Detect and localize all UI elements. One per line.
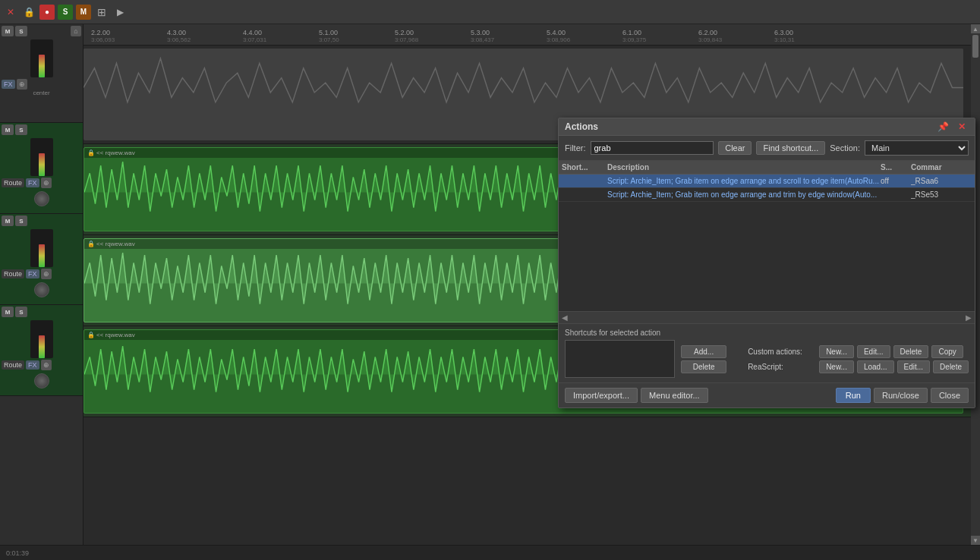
timeline-mark-9: 6.3.003:10,31 [774, 29, 795, 43]
track-header-4: M S Route FX ⊕ [0, 305, 83, 396]
menu-editor-button[interactable]: Menu editor... [641, 388, 708, 403]
add-shortcut-button[interactable]: Add... [681, 345, 726, 358]
timeline-mark-0: 2.2.003:06,093 [91, 29, 115, 43]
custom-delete-button[interactable]: Delete [893, 345, 929, 358]
fx-button-2[interactable]: FX [26, 178, 39, 187]
timeline-mark-1: 4.3.003:06,562 [167, 29, 191, 43]
shortcuts-section: Shortcuts for selected action Add... Del… [559, 323, 975, 382]
close-button[interactable]: Close [931, 388, 969, 403]
clip-name-3: << rqwew.wav [96, 241, 135, 247]
fx-button-4[interactable]: FX [26, 360, 39, 370]
timeline-mark-8: 6.2.003:09,843 [698, 29, 722, 43]
action-row-0[interactable]: Script: Archie_Item; Grab item on edge a… [559, 175, 975, 188]
solo-button-3[interactable]: S [15, 216, 27, 226]
m-icon[interactable]: M [76, 5, 91, 20]
vu-meter-4 [30, 320, 53, 358]
s-icon[interactable]: S [58, 5, 73, 20]
bottom-right-buttons: Run Run/close Close [836, 388, 969, 403]
fx-button-3[interactable]: FX [26, 269, 39, 278]
bottom-left-buttons: Import/export... Menu editor... [565, 388, 708, 403]
pan-knob-2[interactable] [34, 191, 49, 206]
pin-button[interactable]: 📌 [934, 121, 952, 132]
route-button-3[interactable]: Route [2, 269, 24, 278]
mute-button-3[interactable]: M [2, 216, 14, 226]
shortcut-cell-0 [562, 177, 607, 185]
run-close-button[interactable]: Run/close [874, 388, 928, 403]
delete-shortcut-button[interactable]: Delete [681, 360, 726, 373]
scroll-right-arrow[interactable]: ▶ [966, 313, 972, 322]
scroll-up-arrow[interactable]: ▲ [971, 24, 980, 33]
grid-icon[interactable]: ⊞ [94, 5, 109, 20]
status-cell-0: off [881, 177, 911, 185]
reascript-label: ReaScript: [748, 363, 816, 371]
track-header-2: M S Route FX ⊕ [0, 123, 83, 214]
dialog-title: Actions [565, 121, 598, 132]
custom-actions-label: Custom actions: [748, 348, 816, 356]
shortcuts-content: Add... Delete Custom actions: New... Edi… [565, 340, 969, 378]
pan-label-1: center [2, 90, 81, 96]
actions-titlebar: Actions 📌 ✕ [559, 118, 975, 136]
col-command-header: Commar [911, 163, 972, 171]
col-description-header: Description [607, 163, 881, 171]
record-icon[interactable]: ● [39, 5, 55, 20]
pan-knob-4[interactable] [34, 373, 49, 389]
reascript-new-button[interactable]: New... [819, 360, 854, 373]
io-button-2[interactable]: ⊕ [41, 178, 52, 188]
reascript-delete-button[interactable]: Delete [933, 360, 969, 373]
io-button-3[interactable]: ⊕ [41, 269, 52, 279]
custom-new-button[interactable]: New... [819, 345, 854, 358]
mute-button-2[interactable]: M [2, 124, 14, 135]
command-cell-0: _RSaa6 [911, 177, 972, 185]
reascript-load-button[interactable]: Load... [857, 360, 894, 373]
solo-button-4[interactable]: S [15, 307, 27, 317]
solo-button-1[interactable]: S [15, 26, 27, 36]
section-select[interactable]: Main Media Explorer MIDI Editor MIDI Eve… [865, 140, 969, 156]
filter-label: Filter: [565, 143, 586, 153]
status-cell-1 [881, 190, 911, 199]
filter-input[interactable] [591, 141, 714, 155]
custom-actions-group: Custom actions: New... Edit... Delete Co… [748, 345, 969, 373]
timeline-mark-4: 5.2.003:07,968 [395, 29, 418, 43]
reascript-edit-button[interactable]: Edit... [897, 360, 931, 373]
mute-button-4[interactable]: M [2, 307, 14, 317]
route-button-2[interactable]: Route [2, 178, 24, 187]
scroll-left-arrow[interactable]: ◀ [562, 313, 568, 322]
status-time: 0:01:39 [6, 549, 29, 557]
run-button[interactable]: Run [836, 388, 871, 403]
shortcuts-buttons: Add... Delete [681, 345, 726, 373]
close-icon[interactable]: ✕ [3, 5, 18, 20]
scroll-down-arrow[interactable]: ▼ [971, 536, 980, 545]
shortcuts-title: Shortcuts for selected action [565, 329, 969, 337]
actions-table-body[interactable]: Script: Archie_Item; Grab item on edge a… [559, 175, 975, 311]
col-status-header: S... [881, 163, 911, 171]
route-button-4[interactable]: Route [2, 360, 24, 370]
lock-icon[interactable]: 🔒 [21, 5, 36, 20]
action-row-1[interactable]: Script: Archie_Item; Grab item on edge a… [559, 188, 975, 202]
scrollbar-thumb[interactable] [972, 35, 978, 58]
clear-button[interactable]: Clear [718, 141, 752, 155]
io-button-1[interactable]: ⌂ [71, 26, 81, 36]
custom-copy-button[interactable]: Copy [931, 345, 963, 358]
custom-edit-button[interactable]: Edit... [857, 345, 890, 358]
description-cell-1: Script: Archie_Item; Grab item on edge a… [607, 190, 881, 199]
command-cell-1: _RSe53 [911, 190, 972, 199]
toolbar: ✕ 🔒 ● S M ⊞ ▶ [0, 0, 980, 24]
envelope-button-1[interactable]: ⊕ [17, 79, 27, 90]
timeline-mark-5: 5.3.003:08,437 [471, 29, 494, 43]
mute-button-1[interactable]: M [2, 26, 14, 36]
shortcut-cell-1 [562, 190, 607, 199]
track-header-1: M S ⌂ FX ⊕ center [0, 24, 83, 123]
clip-name-4: << rqwew.wav [96, 332, 135, 338]
play-icon[interactable]: ▶ [112, 5, 128, 20]
timeline-mark-7: 6.1.003:09,375 [622, 29, 646, 43]
import-export-button[interactable]: Import/export... [565, 388, 638, 403]
shortcuts-list[interactable] [565, 340, 675, 378]
pan-knob-3[interactable] [34, 282, 49, 297]
io-button-4[interactable]: ⊕ [41, 360, 52, 370]
solo-button-2[interactable]: S [15, 124, 27, 135]
actions-scroll-arrows: ◀ ▶ [559, 311, 975, 323]
dialog-close-button[interactable]: ✕ [955, 121, 969, 132]
clip-name-2: << rqwew.wav [96, 149, 135, 156]
find-shortcut-button[interactable]: Find shortcut... [756, 141, 825, 155]
fx-button-1[interactable]: FX [2, 80, 15, 89]
